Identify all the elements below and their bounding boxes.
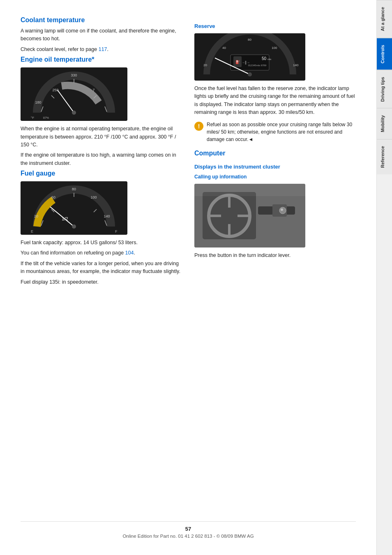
svg-text:140: 140 [104,214,110,218]
svg-text:330: 330 [71,73,77,77]
fuel-title: Fuel gauge [21,170,182,177]
reserve-warning: ! Refuel as soon as possible once your c… [194,121,356,146]
reserve-gauge-image: 20 140 80 40 100 ⛽ 50 mls [194,33,305,81]
displays-title: Displays in the instrument cluster [194,164,356,170]
coolant-title: Coolant temperature [21,16,182,24]
svg-text:40: 40 [222,46,226,50]
reserve-para1: Once the fuel level has fallen to the re… [194,85,356,117]
svg-point-55 [281,208,283,211]
edition-text: Online Edition for Part no. 01 41 2 602 … [122,534,254,539]
computer-section: Computer Displays in the instrument clus… [194,150,356,259]
warning-icon: ! [194,122,203,131]
oil-temp-gauge-image: 180 250 330 7 °F 87% [21,67,127,121]
svg-text:mls: mls [267,58,271,60]
svg-text:7: 7 [92,88,95,92]
svg-text:→ǁ→: →ǁ→ [242,61,250,65]
sidebar-tab-reference[interactable]: Reference [377,139,392,174]
svg-text:180: 180 [35,100,41,104]
svg-text:80: 80 [72,187,76,191]
sidebar-tab-controls[interactable]: Controls [377,38,392,70]
svg-text:100: 100 [272,46,277,50]
svg-text:60: 60 [51,195,55,199]
svg-text:20: 20 [34,214,38,218]
fuel-link[interactable]: 104 [125,250,134,256]
svg-text:°F: °F [31,116,34,120]
svg-text:50: 50 [262,56,267,61]
fuel-section: Fuel gauge [21,170,182,286]
fuel-para3: If the tilt of the vehicle varies for a … [21,260,182,276]
page-number: 57 [21,526,356,532]
svg-text:F: F [115,229,118,234]
svg-text:012345mls 6789: 012345mls 6789 [248,64,267,67]
svg-text:E: E [31,229,33,234]
coolant-link[interactable]: 117 [99,46,107,52]
oil-para1: When the engine is at normal operating t… [21,125,182,149]
coolant-para2: Check coolant level, refer to page 117. [21,46,182,53]
svg-text:80: 80 [248,38,251,42]
warning-text: Refuel as soon as possible once your cru… [207,121,356,143]
reserve-title: Reserve [194,23,356,29]
oil-para2: If the engine oil temperature is too hig… [21,151,182,167]
oil-temp-section: Engine oil temperature* [21,56,182,167]
reserve-section: Reserve 20 140 80 40 100 [194,23,356,146]
page-footer: 57 Online Edition for Part no. 01 41 2 6… [21,521,356,539]
fuel-para4: Fuel display 135i: in speedometer. [21,278,182,286]
calling-title: Calling up information [194,174,356,180]
calling-para: Press the button in the turn indicator l… [194,252,356,259]
svg-point-27 [72,224,76,229]
coolant-para1: A warning lamp will come on if the coola… [21,27,182,43]
left-column: Coolant temperature A warning lamp will … [21,16,182,509]
sidebar-tab-driving-tips[interactable]: Driving tips [377,70,392,109]
fuel-para2: You can find information on refueling on… [21,249,182,257]
svg-text:⛽: ⛽ [235,60,240,65]
svg-rect-56 [194,184,305,196]
sidebar-tab-at-a-glance[interactable]: At a glance [377,0,392,38]
fuel-para1: Fuel tank capacity: approx. 14 US gallon… [21,239,182,247]
svg-point-44 [248,72,252,76]
svg-text:20: 20 [203,63,207,67]
oil-title: Engine oil temperature* [21,56,182,63]
svg-text:100: 100 [90,195,97,199]
calling-image [194,184,305,247]
svg-text:87%: 87% [43,116,49,119]
sidebar: At a glance Controls Driving tips Mobili… [376,0,392,555]
computer-title: Computer [194,150,356,157]
svg-text:140: 140 [293,63,299,67]
sidebar-tab-mobility[interactable]: Mobility [377,108,392,139]
fuel-gauge-image: 20 140 60 100 80 1/2 E F [21,181,127,235]
right-column: Reserve 20 140 80 40 100 [194,16,356,509]
svg-point-11 [72,111,76,115]
coolant-section: Coolant temperature A warning lamp will … [21,16,182,53]
